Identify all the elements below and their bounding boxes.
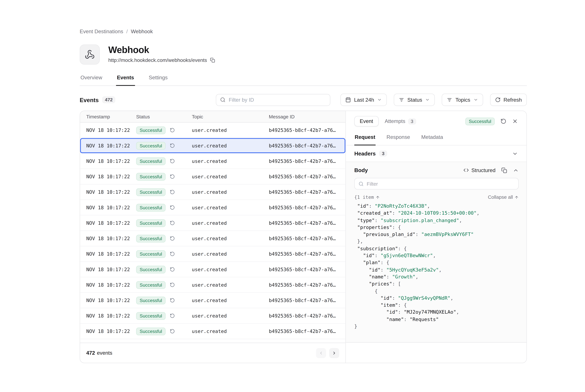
- topics-filter-button[interactable]: Topics: [442, 94, 483, 106]
- refresh-icon: [495, 97, 500, 102]
- prev-page-button[interactable]: [316, 348, 326, 358]
- footer-count: 472: [86, 350, 95, 356]
- table-row[interactable]: NOV 18 10:17:22Successfuluser.createdb49…: [80, 246, 346, 262]
- page-title: Webhook: [108, 44, 215, 55]
- row-retry-button[interactable]: [170, 143, 175, 148]
- next-page-button[interactable]: [329, 348, 339, 358]
- structured-toggle[interactable]: Structured: [463, 167, 496, 173]
- row-retry-button[interactable]: [170, 158, 175, 164]
- events-toolbar: Events 472 Last 24h Status: [80, 94, 527, 106]
- body-filter-search[interactable]: [354, 178, 519, 190]
- subtab-response[interactable]: Response: [386, 131, 410, 146]
- table-row[interactable]: NOV 18 10:17:22Successfuluser.createdb49…: [80, 215, 346, 231]
- subtab-metadata[interactable]: Metadata: [421, 131, 444, 146]
- chevron-down-icon: [425, 98, 430, 102]
- event-tab[interactable]: Event: [354, 116, 378, 126]
- copy-icon: [501, 167, 507, 173]
- row-retry-button[interactable]: [170, 267, 175, 272]
- row-retry-button[interactable]: [170, 252, 175, 256]
- close-panel-button[interactable]: [512, 118, 518, 124]
- table-row[interactable]: NOV 18 10:17:22Successfuluser.createdb49…: [80, 154, 346, 169]
- row-message-id: b4925365-b8cf-42b7-a76…: [269, 127, 346, 133]
- table-row[interactable]: NOV 18 10:17:22Successfuluser.createdb49…: [80, 262, 346, 277]
- row-timestamp: NOV 18 10:17:22: [80, 204, 136, 210]
- retry-icon: [170, 220, 175, 226]
- app: Event Destinations / Webhook Webhook htt…: [0, 0, 585, 392]
- body-label: Body: [354, 167, 368, 173]
- body-filter-input[interactable]: [367, 181, 514, 187]
- table-row[interactable]: NOV 18 10:17:22Successfuluser.createdb49…: [80, 184, 346, 200]
- row-message-id: b4925365-b8cf-42b7-a76…: [269, 251, 346, 257]
- chevron-down-icon: [377, 98, 382, 102]
- filter-by-id-search[interactable]: [216, 94, 330, 106]
- row-retry-button[interactable]: [170, 205, 175, 210]
- attempts-tab[interactable]: Attempts 3: [385, 118, 416, 124]
- json-line: }: [354, 323, 519, 330]
- copy-body-button[interactable]: [501, 167, 507, 173]
- row-status-badge: Successful: [136, 204, 166, 212]
- retry-icon: [170, 329, 175, 334]
- copy-url-button[interactable]: [210, 58, 215, 63]
- tab-overview[interactable]: Overview: [80, 75, 103, 86]
- json-items-toggle[interactable]: {1 item: [354, 194, 380, 200]
- row-topic: user.created: [192, 236, 269, 241]
- table-row[interactable]: NOV 18 10:17:22Successfuluser.createdb49…: [80, 308, 346, 324]
- row-timestamp: NOV 18 10:17:22: [80, 236, 136, 241]
- page-header: Webhook http://mock.hookdeck.com/webhook…: [80, 44, 527, 64]
- row-timestamp: NOV 18 10:17:22: [80, 297, 136, 303]
- json-line: "item": {: [354, 302, 519, 309]
- collapse-all-button[interactable]: Collapse all: [488, 194, 519, 200]
- table-row[interactable]: NOV 18 10:17:22Successfuluser.createdb49…: [80, 200, 346, 215]
- row-retry-button[interactable]: [170, 190, 175, 194]
- row-message-id: b4925365-b8cf-42b7-a76…: [269, 220, 346, 226]
- filter-by-id-input[interactable]: [229, 97, 326, 103]
- row-timestamp: NOV 18 10:17:22: [80, 313, 136, 319]
- table-row[interactable]: NOV 18 10:17:22Successfuluser.createdb49…: [80, 169, 346, 184]
- arrow-up-icon: [376, 195, 380, 199]
- headers-label: Headers: [354, 150, 376, 157]
- row-status-badge: Successful: [136, 219, 166, 227]
- table-row[interactable]: NOV 18 10:17:22Successfuluser.createdb49…: [80, 339, 346, 343]
- chevron-right-icon: [332, 350, 336, 355]
- row-retry-button[interactable]: [170, 236, 175, 241]
- json-line: "id": "gSjvn6eQTBewNWcr",: [354, 252, 519, 259]
- table-row[interactable]: NOV 18 10:17:22Successfuluser.createdb49…: [80, 122, 346, 138]
- json-line: "id": "QJgg9WrS4vyQPNdR",: [354, 295, 519, 302]
- row-retry-button[interactable]: [170, 220, 175, 226]
- tab-events[interactable]: Events: [116, 75, 135, 86]
- row-timestamp: NOV 18 10:17:22: [80, 174, 136, 180]
- row-timestamp: NOV 18 10:17:22: [80, 251, 136, 257]
- breadcrumb-event-destinations[interactable]: Event Destinations: [80, 29, 123, 34]
- row-retry-button[interactable]: [170, 298, 175, 303]
- chevron-up-icon: [513, 167, 519, 173]
- row-timestamp: NOV 18 10:17:22: [80, 282, 136, 288]
- retry-event-button[interactable]: [500, 118, 506, 124]
- row-retry-button[interactable]: [170, 174, 175, 179]
- refresh-button[interactable]: Refresh: [490, 94, 527, 106]
- events-table: TimestampStatusTopicMessage ID NOV 18 10…: [80, 111, 346, 363]
- row-message-id: b4925365-b8cf-42b7-a76…: [269, 313, 346, 319]
- status-filter-button[interactable]: Status: [394, 94, 435, 106]
- headers-expand-button[interactable]: [512, 151, 518, 156]
- body-section: Body Structured: [346, 162, 526, 343]
- retry-icon: [170, 143, 175, 148]
- json-line: },: [354, 238, 519, 245]
- breadcrumb: Event Destinations / Webhook: [80, 29, 527, 34]
- table-row[interactable]: NOV 18 10:17:22Successfuluser.createdb49…: [80, 231, 346, 246]
- subtab-request[interactable]: Request: [354, 131, 376, 146]
- json-line: "plan": {: [354, 259, 519, 266]
- row-retry-button[interactable]: [170, 313, 175, 318]
- table-row[interactable]: NOV 18 10:17:22Successfuluser.createdb49…: [80, 293, 346, 308]
- row-message-id: b4925365-b8cf-42b7-a76…: [269, 282, 346, 288]
- table-footer: 472 events: [80, 343, 346, 363]
- table-row[interactable]: NOV 18 10:17:22Successfuluser.createdb49…: [80, 324, 346, 339]
- headers-section[interactable]: Headers 3: [346, 146, 526, 162]
- row-retry-button[interactable]: [170, 329, 175, 334]
- time-range-button[interactable]: Last 24h: [340, 94, 387, 106]
- table-row[interactable]: NOV 18 10:17:22Successfuluser.createdb49…: [80, 277, 346, 293]
- tab-settings[interactable]: Settings: [148, 75, 168, 86]
- table-row[interactable]: NOV 18 10:17:22Successfuluser.createdb49…: [80, 138, 346, 154]
- body-collapse-button[interactable]: [513, 167, 519, 173]
- row-retry-button[interactable]: [170, 282, 175, 287]
- row-retry-button[interactable]: [170, 128, 175, 133]
